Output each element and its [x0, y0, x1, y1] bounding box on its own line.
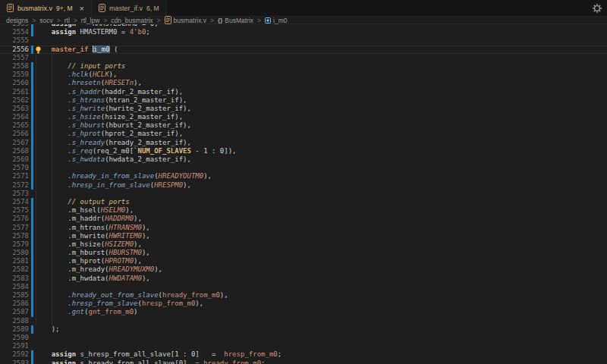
close-icon[interactable]: ×	[80, 5, 84, 12]
code-token: HWDATAM0	[109, 275, 142, 282]
breadcrumb-item-busmatrix.v[interactable]: busmatrix.v	[165, 16, 206, 24]
code-text: assign HMASTERM0 = 4'b0;	[35, 28, 150, 36]
breadcrumb-item-busmatrix[interactable]: {}BusMatrix	[218, 17, 253, 24]
code-token: `NUM_OF_SLAVES	[134, 147, 191, 155]
git-modified-indicator	[31, 71, 33, 79]
code-token	[35, 46, 52, 53]
code-text: .hready_in_from_slave(HREADYOUTM0),	[35, 172, 212, 180]
code-token: HBURSTM0	[109, 249, 142, 256]
code-line[interactable]: 2583 .m_hwdata(HWDATAM0),	[0, 275, 607, 283]
tab-bar: busmatrix.v 9+, M × master_if.v 6, M	[0, 0, 607, 17]
code-line[interactable]: 2582 .m_hready(HREADYMUXM0),	[0, 265, 607, 274]
code-token	[35, 24, 52, 27]
git-modified-indicator	[31, 139, 33, 147]
code-token: s_hresp_from_all_slave[1 : 0] =	[76, 350, 224, 358]
code-line[interactable]: 2566 .s_hprot(hprot_2_master_if),	[0, 130, 607, 138]
code-line[interactable]: 2590	[0, 334, 607, 342]
line-number: 2557	[0, 54, 29, 62]
code-line[interactable]: 2586 .hresp_from_slave(hresp_from_m0),	[0, 300, 607, 308]
code-line[interactable]: 2588	[0, 317, 607, 325]
code-line[interactable]: 2562 .s_htrans(htran_2_master_if),	[0, 96, 607, 105]
code-line[interactable]: 2561 .s_haddr(haddr_2_master_if),	[0, 88, 607, 96]
code-text: .m_hprot(HPROTM0),	[35, 257, 142, 265]
code-line[interactable]: 2592 assign s_hresp_from_all_slave[1 : 0…	[0, 350, 607, 359]
code-token: ),	[220, 291, 228, 299]
code-line[interactable]: 2584	[0, 283, 607, 291]
code-token: HPROTM0	[105, 257, 134, 265]
git-modified-indicator	[31, 79, 33, 87]
code-token: s_hready_from_all_slave[0] =	[76, 359, 203, 364]
git-modified-indicator	[31, 121, 33, 130]
code-line[interactable]: 2559 .hclk(HCLK),	[0, 71, 607, 79]
code-line[interactable]: 2578 .m_hwrite(HWRITEM0),	[0, 232, 607, 240]
code-line[interactable]: 2574 // output ports	[0, 198, 607, 206]
breadcrumb-separator: >	[157, 17, 161, 24]
git-modified-indicator	[31, 198, 33, 206]
gear-icon[interactable]	[593, 4, 602, 13]
git-modified-indicator	[31, 257, 33, 265]
code-line[interactable]: 2563 .s_hwrite(hwrite_2_master_if),	[0, 105, 607, 113]
code-line[interactable]: 2564 .s_hsize(hsize_2_master_if),	[0, 113, 607, 121]
code-token: .m_hwrite(	[35, 232, 109, 240]
code-line[interactable]: 2577 .m_htrans(HTRANSM0),	[0, 224, 607, 232]
code-line[interactable]: 2572 .hresp_in_from_slave(HRESPM0),	[0, 181, 607, 190]
code-line[interactable]: 2591	[0, 342, 607, 350]
code-line[interactable]: 2554 assign HMASTERM0 = 4'b0;	[0, 28, 607, 36]
breadcrumb-item-socv[interactable]: socv	[39, 17, 52, 24]
git-modified-indicator	[31, 308, 33, 316]
code-line[interactable]: 2589 );	[0, 325, 607, 334]
code-line[interactable]: 2560 .hresetn(HRESETn),	[0, 79, 607, 87]
git-modified-indicator	[31, 300, 33, 308]
git-modified-indicator	[31, 88, 33, 96]
code-line[interactable]: 2558 // input ports	[0, 62, 607, 71]
code-line[interactable]: 2585 .hready_out_from_slave(hready_from_…	[0, 291, 607, 300]
tab-busmatrix[interactable]: busmatrix.v 9+, M ×	[0, 0, 92, 16]
line-number: 2566	[0, 130, 29, 138]
code-line[interactable]: 2571 .hready_in_from_slave(HREADYOUTM0),	[0, 172, 607, 180]
code-line[interactable]: 2569 .s_hwdata(hwdata_2_master_if),	[0, 155, 607, 164]
code-line[interactable]: 2565 .s_hburst(hburst_2_master_if),	[0, 121, 607, 130]
code-line[interactable]: 2555	[0, 36, 607, 45]
line-number: 2587	[0, 308, 29, 316]
code-line[interactable]: 2568 .s_req(req_2_m0[`NUM_OF_SLAVES - 1 …	[0, 147, 607, 155]
line-number: 2592	[0, 350, 29, 359]
breadcrumb-separator: >	[32, 17, 36, 24]
code-token: .hresp_in_from_slave	[68, 181, 149, 189]
line-number: 2573	[0, 190, 29, 198]
code-line[interactable]: 2557	[0, 54, 607, 62]
code-token: ),	[134, 215, 142, 222]
breadcrumb-item-i_m0[interactable]: i_m0	[265, 17, 287, 24]
code-line[interactable]: 2567 .s_hready(hready_2_master_if),	[0, 139, 607, 147]
code-token: .hresetn	[68, 79, 100, 86]
breadcrumb-item-rtl_lpw[interactable]: rtl_lpw	[81, 17, 100, 24]
git-modified-indicator	[31, 172, 33, 180]
breadcrumb-item-designs[interactable]: designs	[6, 17, 28, 24]
code-line[interactable]: 2580 .m_hburst(HBURSTM0),	[0, 249, 607, 257]
code-line[interactable]: 2581 .m_hprot(HPROTM0),	[0, 257, 607, 265]
code-token: .hready_in_from_slave	[68, 172, 154, 180]
code-token	[35, 350, 52, 358]
code-line[interactable]: 2570	[0, 164, 607, 172]
code-token: ),	[134, 79, 142, 86]
line-number: 2574	[0, 198, 29, 206]
code-token: assign	[52, 359, 77, 364]
breadcrumb-label: busmatrix.v	[174, 17, 206, 24]
code-text: assign s_hresp_from_all_slave[1 : 0] = h…	[35, 350, 281, 359]
code-line[interactable]: 2587 .gnt(gnt_from_m0)	[0, 308, 607, 316]
line-number: 2561	[0, 88, 29, 96]
tab-master-if[interactable]: master_if.v 6, M	[92, 0, 167, 16]
code-token: ),	[154, 265, 162, 273]
code-line[interactable]: 2573	[0, 190, 607, 198]
code-line[interactable]: 2575 .m_hsel(HSELM0),	[0, 206, 607, 215]
line-number: 2569	[0, 155, 29, 164]
git-modified-indicator	[31, 105, 33, 113]
code-line[interactable]: 2579 .m_hsize(HSIZEM0),	[0, 240, 607, 249]
breadcrumb-item-rtl[interactable]: rtl	[64, 17, 70, 24]
breadcrumb-item-cdn_busmatrix[interactable]: cdn_busmatrix	[111, 17, 153, 24]
editor-pane[interactable]: 2553 assign HMASTLOCKM0 = 0;2554 assign …	[0, 24, 607, 364]
code-token	[35, 181, 68, 189]
code-line[interactable]: 2576 .m_haddr(HADDRM0),	[0, 215, 607, 223]
code-line[interactable]: 2593 assign s_hready_from_all_slave[0] =…	[0, 359, 607, 364]
tab-decoration: 9+, M	[56, 5, 73, 12]
code-line[interactable]: 2556 master_if i_m0 (	[0, 46, 607, 54]
